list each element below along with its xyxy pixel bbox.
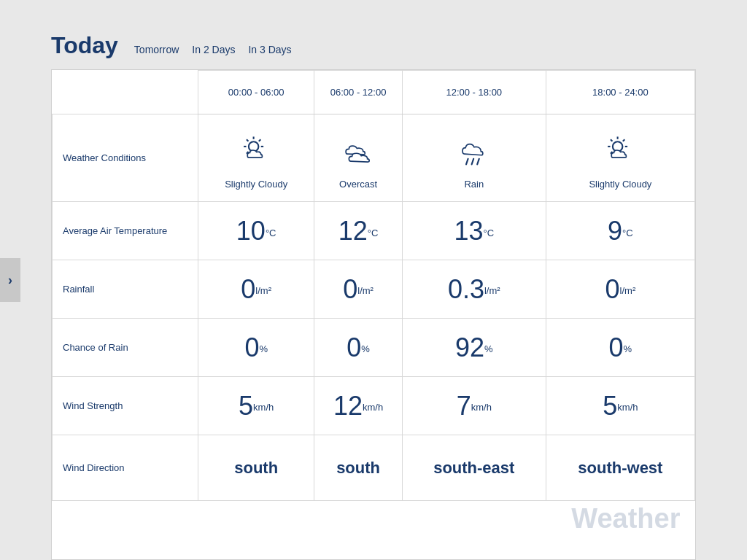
temp-col4: 9°C — [546, 202, 694, 260]
chance-col1: 0% — [198, 319, 314, 377]
wind-strength-row: Wind Strength 5km/h 12km/h 7km/h 5km/h — [53, 377, 695, 435]
prev-chevron-button[interactable]: › — [0, 258, 20, 302]
weather-col4: Slightly Cloudy — [546, 114, 694, 202]
watermark-row: Weather — [53, 501, 695, 545]
header-col3: 12:00 - 18:00 — [402, 71, 546, 114]
tab-in2days[interactable]: In 2 Days — [192, 39, 248, 60]
weather-label-col2: Overcast — [322, 179, 394, 190]
wind-direction-row: Wind Direction south south south-east so… — [53, 435, 695, 501]
rainfall-col4: 0l/m² — [546, 260, 694, 319]
wind-strength-label: Wind Strength — [53, 377, 198, 435]
header-col1: 00:00 - 06:00 — [198, 71, 314, 114]
tab-in3days[interactable]: In 3 Days — [248, 39, 304, 60]
chance-col4: 0% — [546, 319, 694, 377]
header-col4: 18:00 - 24:00 — [546, 71, 694, 114]
header-col2: 06:00 - 12:00 — [314, 71, 402, 114]
header-empty — [53, 71, 198, 114]
weather-table-container: 00:00 - 06:00 06:00 - 12:00 12:00 - 18:0… — [51, 69, 696, 560]
weather-label-col3: Rain — [410, 179, 538, 190]
chance-rain-row: Chance of Rain 0% 0% 92% 0% — [53, 319, 695, 377]
nav-tabs: Today Tomorrow In 2 Days In 3 Days — [15, 15, 732, 63]
avg-temp-row: Average Air Temperature 10°C 12°C 13°C 9… — [53, 202, 695, 260]
rainfall-col3: 0.3l/m² — [402, 260, 546, 319]
svg-line-11 — [477, 159, 479, 165]
svg-line-10 — [471, 159, 473, 165]
weather-col1: Slightly Cloudy — [198, 114, 314, 202]
rainfall-label: Rainfall — [53, 260, 198, 319]
rainfall-col1: 0l/m² — [198, 260, 314, 319]
tab-today[interactable]: Today — [51, 28, 134, 63]
temp-col1: 10°C — [198, 202, 314, 260]
weather-col2: Overcast — [314, 114, 402, 202]
weather-conditions-label: Weather Conditions — [53, 114, 198, 202]
svg-line-9 — [466, 159, 468, 165]
weather-label-col4: Slightly Cloudy — [554, 179, 687, 190]
svg-line-5 — [247, 139, 249, 141]
wind-str-col3: 7km/h — [402, 377, 546, 435]
wind-str-col1: 5km/h — [198, 377, 314, 435]
wind-str-col2: 12km/h — [314, 377, 402, 435]
chance-col2: 0% — [314, 319, 402, 377]
wind-dir-col3: south-east — [402, 435, 546, 501]
avg-temp-label: Average Air Temperature — [53, 202, 198, 260]
watermark-text: Weather — [571, 503, 680, 534]
svg-line-19 — [623, 139, 625, 141]
wind-dir-col4: south-west — [546, 435, 694, 501]
svg-line-17 — [611, 139, 613, 141]
weather-col3: Rain — [402, 114, 546, 202]
tab-tomorrow[interactable]: Tomorrow — [134, 39, 192, 60]
wind-dir-col1: south — [198, 435, 314, 501]
wind-dir-col2: south — [314, 435, 402, 501]
weather-label-col1: Slightly Cloudy — [206, 179, 306, 190]
rainfall-row: Rainfall 0l/m² 0l/m² 0.3l/m² 0l/m² — [53, 260, 695, 319]
svg-line-7 — [259, 139, 261, 141]
page-container: Today Tomorrow In 2 Days In 3 Days › 00:… — [15, 15, 732, 560]
rainfall-col2: 0l/m² — [314, 260, 402, 319]
chance-rain-label: Chance of Rain — [53, 319, 198, 377]
weather-conditions-row: Weather Conditions — [53, 114, 695, 202]
temp-col2: 12°C — [314, 202, 402, 260]
temp-col3: 13°C — [402, 202, 546, 260]
table-header-row: 00:00 - 06:00 06:00 - 12:00 12:00 - 18:0… — [53, 71, 695, 114]
wind-direction-label: Wind Direction — [53, 435, 198, 501]
chance-col3: 92% — [402, 319, 546, 377]
wind-str-col4: 5km/h — [546, 377, 694, 435]
